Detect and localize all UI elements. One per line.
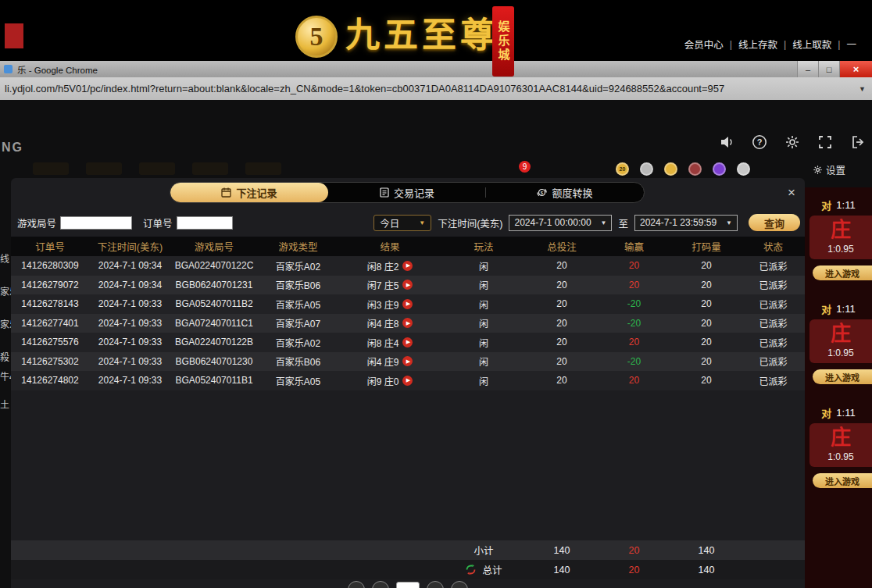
table-row: 14126277401 2024-7-1 09:33 BGA072407011C… — [11, 314, 805, 333]
help-icon[interactable]: ? — [752, 134, 767, 150]
prev-page-button[interactable]: ‹ — [372, 581, 389, 588]
enter-game-button[interactable]: 进入游戏 — [813, 473, 872, 488]
banker-odds: 1:0.95 — [827, 451, 853, 462]
gear-icon[interactable] — [784, 134, 800, 150]
game-category-placeholder[interactable] — [139, 162, 175, 175]
enter-game-button[interactable]: 进入游戏 — [813, 369, 872, 384]
window-controls: – □ × — [797, 61, 872, 77]
game-toolbar: ? — [719, 134, 866, 150]
page-input[interactable] — [396, 582, 420, 588]
bet-chip[interactable] — [713, 162, 726, 176]
game-category-placeholder[interactable] — [245, 162, 281, 175]
total-label: 总计 — [482, 562, 502, 577]
play-icon[interactable]: ▶ — [402, 280, 413, 290]
subtotal-turnover: 140 — [671, 540, 742, 560]
close-window-button[interactable]: × — [839, 61, 872, 77]
cell-status: 已派彩 — [742, 256, 805, 276]
result-text: 闲4 庄9 — [367, 355, 399, 368]
sidebar-item-fragment: 殺 — [0, 350, 11, 363]
sidebar-item-fragment: 家乐 — [0, 284, 11, 298]
first-page-button[interactable]: « — [348, 581, 365, 588]
bet-chip[interactable]: 20 — [616, 162, 629, 176]
column-header: 游戏类型 — [257, 237, 339, 256]
modal-tabs: 下注记录 交易记录 $ 额度转换 — [170, 182, 645, 203]
maximize-button[interactable]: □ — [818, 61, 839, 77]
round-no-input[interactable] — [60, 216, 132, 230]
column-header: 订单号 — [11, 237, 89, 256]
cell-order-no: 14126279072 — [11, 276, 89, 295]
tab-transaction-records[interactable]: 交易记录 — [328, 183, 486, 202]
cell-result: 闲8 庄2 ▶ — [339, 256, 441, 276]
play-icon[interactable]: ▶ — [402, 299, 413, 309]
cell-game-type: 百家乐A05 — [257, 294, 339, 314]
urlbar-dropdown-icon[interactable]: ▼ — [859, 85, 866, 93]
topbar-link[interactable]: 线上取款 — [786, 37, 838, 52]
table-row: 14126279072 2024-7-1 09:34 BGB0624070123… — [11, 276, 805, 295]
topbar-link[interactable]: 一 — [840, 37, 863, 52]
date-range-select[interactable]: 今日 ▼ — [373, 215, 431, 231]
table-row: 14126274802 2024-7-1 09:33 BGA052407011B… — [11, 371, 805, 390]
to-datetime-select[interactable]: 2024-7-1 23:59:59 ▼ — [634, 215, 738, 231]
topbar-link[interactable]: 会员中心 — [678, 37, 730, 52]
chevron-down-icon: ▼ — [419, 219, 425, 226]
minimize-button[interactable]: – — [797, 61, 818, 77]
cell-game-type: 百家乐A02 — [257, 256, 339, 276]
search-button[interactable]: 查询 — [749, 214, 800, 231]
url-text[interactable]: li.ydjol.com/h5V01/pc/index.html?return=… — [5, 83, 852, 94]
to-datetime-value: 2024-7-1 23:59:59 — [640, 217, 717, 228]
cell-round-no: BGA0224070122C — [171, 256, 257, 276]
last-page-button[interactable]: » — [451, 581, 468, 588]
enter-game-button[interactable]: 进入游戏 — [813, 265, 872, 280]
settings-button[interactable]: 设置 — [813, 162, 845, 177]
notification-badge: 9 — [519, 161, 531, 173]
bet-chip[interactable] — [664, 162, 677, 176]
fullscreen-icon[interactable] — [817, 134, 833, 150]
cell-game-type: 百家乐A05 — [257, 371, 339, 390]
cell-play: 闲 — [441, 314, 527, 333]
cell-status: 已派彩 — [742, 276, 805, 295]
speaker-icon[interactable] — [719, 134, 734, 150]
close-icon[interactable]: × — [788, 186, 795, 199]
play-icon[interactable]: ▶ — [402, 337, 413, 347]
round-no-label: 游戏局号 — [17, 216, 56, 230]
site-logo: 5 九五至尊 — [295, 6, 499, 58]
from-datetime-select[interactable]: 2024-7-1 00:00:00 ▼ — [509, 215, 612, 231]
cell-total-bet: 20 — [527, 352, 597, 372]
refresh-icon[interactable] — [465, 564, 477, 576]
game-category-placeholder[interactable] — [86, 162, 122, 175]
tab-bet-records[interactable]: 下注记录 — [170, 183, 328, 202]
bet-chip[interactable] — [640, 162, 653, 176]
banner-red-fragment — [5, 23, 23, 48]
game-category-placeholder[interactable] — [33, 162, 69, 175]
cell-win-loss: 20 — [597, 333, 671, 352]
topbar-link[interactable]: 线上存款 — [732, 37, 784, 52]
table-body: 14126280309 2024-7-1 09:34 BGA0224070122… — [11, 256, 805, 390]
cell-win-loss: 20 — [597, 256, 671, 276]
browser-urlbar[interactable]: li.ydjol.com/h5V01/pc/index.html?return=… — [0, 77, 872, 100]
next-page-button[interactable]: › — [427, 581, 444, 588]
cell-win-loss: -20 — [597, 294, 671, 314]
bet-chip[interactable] — [737, 162, 750, 176]
tab-credit-transfer[interactable]: $ 额度转换 — [486, 183, 644, 202]
exit-icon[interactable] — [850, 134, 866, 150]
cell-game-type: 百家乐A07 — [257, 314, 339, 333]
play-icon[interactable]: ▶ — [402, 376, 413, 386]
banker-label: 庄 — [831, 324, 851, 344]
cell-win-loss: -20 — [597, 352, 671, 372]
lobby-card-body[interactable]: 庄 1:0.95 — [809, 216, 872, 259]
order-no-input[interactable] — [177, 216, 233, 230]
game-category-placeholder[interactable] — [192, 162, 228, 175]
play-icon[interactable]: ▶ — [402, 318, 413, 328]
play-icon[interactable]: ▶ — [402, 356, 413, 366]
cell-total-bet: 20 — [527, 333, 597, 352]
column-header: 总投注 — [527, 237, 597, 256]
document-icon — [380, 187, 389, 198]
lobby-card-body[interactable]: 庄 1:0.95 — [809, 319, 872, 363]
lobby-card-body[interactable]: 庄 1:0.95 — [809, 423, 872, 467]
bet-chip[interactable] — [688, 162, 702, 176]
table-row: 14126280309 2024-7-1 09:34 BGA0224070122… — [11, 256, 805, 276]
to-label: 至 — [618, 216, 628, 230]
play-icon[interactable]: ▶ — [402, 261, 413, 271]
favicon-icon — [4, 65, 13, 73]
cell-total-bet: 20 — [527, 276, 597, 295]
